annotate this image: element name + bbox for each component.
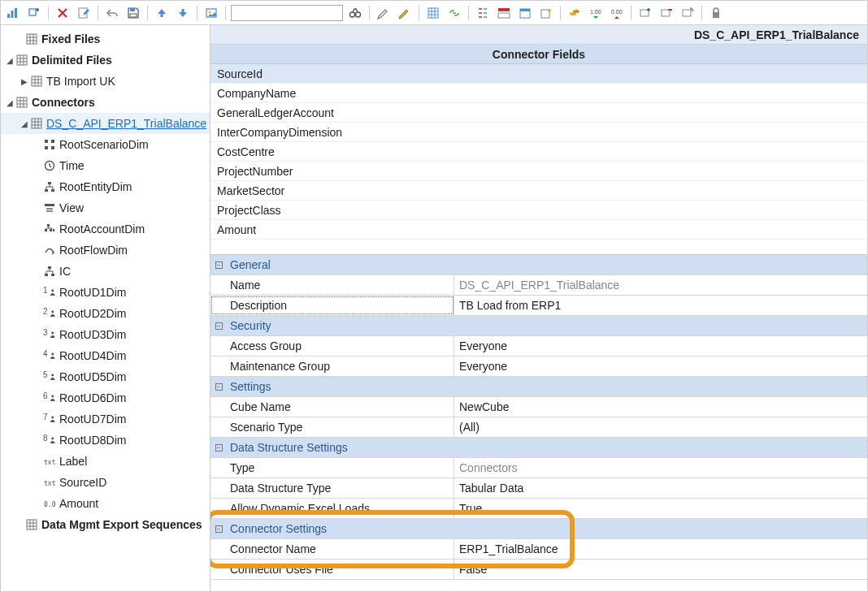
pg-row-scenario-type[interactable]: Scenario Type(All): [210, 417, 867, 438]
pg-row-allow-dyn-excel[interactable]: Allow Dynamic Excel LoadsTrue: [210, 499, 867, 519]
collapse-icon[interactable]: ◢: [6, 56, 14, 65]
property-grid[interactable]: −General NameDS_C_API_ERP1_TrialBalance …: [210, 254, 867, 591]
node-icon: [43, 244, 56, 257]
down-icon[interactable]: [174, 4, 192, 22]
tree-node-child[interactable]: 1RootUD1Dim: [1, 282, 210, 303]
delete-icon[interactable]: [54, 4, 72, 22]
link-icon[interactable]: [445, 4, 463, 22]
tree-node-child[interactable]: 4RootUD4Dim: [1, 345, 210, 366]
field-row[interactable]: Amount: [210, 220, 867, 240]
tree-node-child[interactable]: View: [1, 197, 210, 218]
calendar-icon[interactable]: [516, 4, 534, 22]
svg-rect-37: [48, 182, 51, 184]
fields-list[interactable]: SourceIdCompanyNameGeneralLedgerAccountI…: [210, 64, 867, 240]
tree-node-child[interactable]: RootScenarioDim: [1, 134, 210, 155]
field-row[interactable]: GeneralLedgerAccount: [210, 103, 867, 123]
search-input[interactable]: [231, 5, 343, 21]
tree-node-child[interactable]: RootEntityDim: [1, 176, 210, 197]
collapse-icon[interactable]: −: [210, 255, 227, 274]
tree-node-child[interactable]: 3RootUD3Dim: [1, 324, 210, 345]
pg-row-description[interactable]: DescriptionTB Load from ERP1: [210, 296, 867, 316]
field-row[interactable]: CompanyName: [210, 84, 867, 103]
pg-row-type[interactable]: TypeConnectors: [210, 458, 867, 478]
node-icon: 8: [43, 434, 56, 447]
svg-text:0.00: 0.00: [611, 9, 623, 15]
tree-node-ds-connector[interactable]: ◢ DS_C_API_ERP1_TrialBalance: [1, 113, 210, 134]
tree-node-child[interactable]: 5RootUD5Dim: [1, 366, 210, 387]
tree-node-child[interactable]: txtSourceID: [1, 472, 210, 493]
tree-node-child[interactable]: 0.0Amount: [1, 493, 210, 514]
svg-rect-42: [46, 210, 53, 212]
tree-node-child[interactable]: txtLabel: [1, 451, 210, 472]
refresh-grid-icon[interactable]: [679, 4, 697, 22]
table-filter-icon[interactable]: [495, 4, 513, 22]
pg-row-connector-name[interactable]: Connector NameERP1_TrialBalance: [210, 539, 867, 560]
svg-rect-61: [27, 520, 37, 529]
tree-node-child[interactable]: RootFlowDim: [1, 240, 210, 261]
increase-decimal-icon[interactable]: 1.00: [587, 4, 605, 22]
remove-grid-icon[interactable]: [658, 4, 675, 22]
lock-icon[interactable]: [707, 4, 725, 22]
pg-row-connector-uses-file[interactable]: Connector Uses FileFalse: [210, 560, 867, 580]
pencil-icon[interactable]: [375, 4, 393, 22]
field-row[interactable]: InterCompanyDimension: [210, 123, 867, 142]
up-icon[interactable]: [153, 4, 171, 22]
pencil2-icon[interactable]: [396, 4, 414, 22]
pg-row-access-group[interactable]: Access GroupEveryone: [210, 336, 867, 356]
pg-category-settings[interactable]: −Settings: [210, 377, 867, 397]
pg-row-name[interactable]: NameDS_C_API_ERP1_TrialBalance: [210, 275, 867, 296]
decrease-decimal-icon[interactable]: 0.00: [608, 4, 626, 22]
tree-node-child[interactable]: RootAccountDim: [1, 218, 210, 240]
tree-label: RootUD1Dim: [59, 286, 126, 299]
expand-icon[interactable]: ▶: [20, 77, 28, 86]
field-row[interactable]: SourceId: [210, 64, 867, 84]
edit-form-icon[interactable]: [75, 4, 93, 22]
tree-node-child[interactable]: IC: [1, 261, 210, 282]
image-icon[interactable]: [202, 4, 220, 22]
chart-icon[interactable]: [4, 4, 22, 22]
field-row[interactable]: MarketSector: [210, 181, 867, 201]
field-row[interactable]: CostCentre: [210, 142, 867, 162]
tree-node-child[interactable]: 8RootUD8Dim: [1, 430, 210, 451]
tree-node-connectors[interactable]: ◢ Connectors: [1, 92, 210, 113]
tree-node-data-mgmt[interactable]: Data Mgmt Export Sequences: [1, 514, 210, 535]
collapse-icon[interactable]: ◢: [6, 98, 14, 107]
tree-expand-icon[interactable]: [474, 4, 492, 22]
pg-row-data-structure-type[interactable]: Data Structure TypeTabular Data: [210, 478, 867, 499]
svg-rect-29: [32, 76, 41, 86]
tree-node-child[interactable]: 6RootUD6Dim: [1, 387, 210, 408]
tree-node-fixed-files[interactable]: Fixed Files: [1, 28, 210, 50]
coins-icon[interactable]: [566, 4, 584, 22]
pg-category-connector[interactable]: −Connector Settings: [210, 519, 867, 539]
tree-node-tb-import[interactable]: ▶ TB Import UK: [1, 71, 210, 92]
tree-node-delimited-files[interactable]: ◢ Delimited Files: [1, 50, 210, 71]
svg-rect-25: [683, 10, 691, 16]
collapse-icon[interactable]: −: [210, 438, 227, 457]
grid-icon[interactable]: [424, 4, 442, 22]
tree-node-child[interactable]: 2RootUD2Dim: [1, 303, 210, 324]
collapse-icon[interactable]: −: [210, 519, 227, 538]
collapse-icon[interactable]: −: [210, 377, 227, 396]
tree-node-child[interactable]: Time: [1, 155, 210, 176]
pg-category-security[interactable]: −Security: [210, 316, 867, 336]
tree-pane[interactable]: Fixed Files ◢ Delimited Files ▶ TB Impor…: [1, 25, 210, 591]
svg-rect-44: [45, 229, 47, 231]
collapse-icon[interactable]: ◢: [20, 119, 28, 128]
field-row[interactable]: ProjectClass: [210, 201, 867, 220]
pg-row-cube-name[interactable]: Cube NameNewCube: [210, 397, 867, 417]
pg-category-general[interactable]: −General: [210, 255, 867, 275]
sparkle-grid-icon[interactable]: [537, 4, 555, 22]
add-grid-icon[interactable]: [636, 4, 654, 22]
field-row[interactable]: ProjectNumber: [210, 162, 867, 181]
section-title: Connector Fields: [210, 45, 867, 64]
collapse-icon[interactable]: −: [210, 316, 227, 335]
pg-row-maintenance-group[interactable]: Maintenance GroupEveryone: [210, 356, 867, 377]
pg-category-dss[interactable]: −Data Structure Settings: [210, 438, 867, 458]
add-icon[interactable]: [25, 4, 43, 22]
grid-icon: [15, 54, 28, 67]
binoculars-icon[interactable]: [346, 4, 364, 22]
undo-icon[interactable]: [103, 4, 121, 22]
tree-node-child[interactable]: 7RootUD7Dim: [1, 408, 210, 430]
svg-rect-2: [15, 8, 17, 18]
save-icon[interactable]: [124, 4, 142, 22]
